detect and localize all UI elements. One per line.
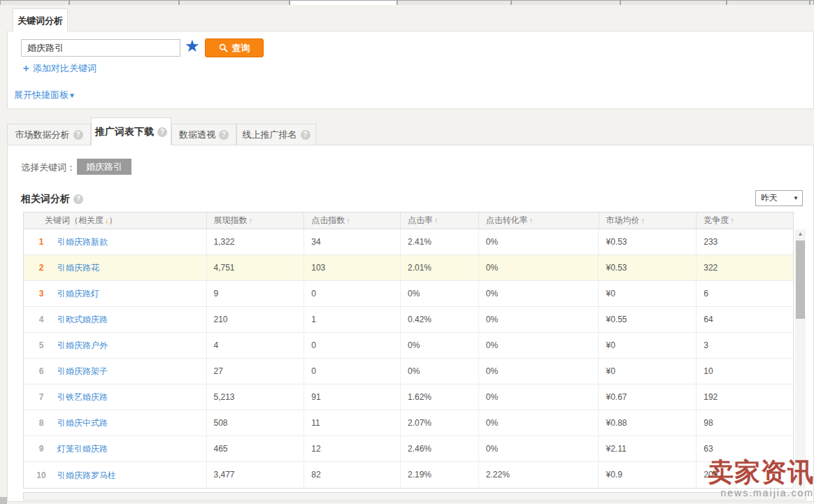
- browser-tab-stub[interactable]: [0, 0, 69, 5]
- column-header-0[interactable]: 关键词（相关度↓）: [24, 213, 207, 229]
- column-header-2[interactable]: 点击指数↑: [304, 213, 401, 229]
- market-price-cell: ¥0.88: [599, 410, 697, 435]
- column-header-3[interactable]: 点击率↑: [401, 213, 479, 229]
- market-price-cell: ¥0.55: [599, 307, 697, 332]
- keyword-input[interactable]: [21, 39, 180, 57]
- table-row: 4引欧式婚庆路21010.42%0%¥0.5564: [24, 307, 793, 333]
- selected-keyword-tag[interactable]: 婚庆路引: [77, 159, 131, 175]
- click-rate-cell: 2.01%: [401, 255, 479, 280]
- click-rate-cell: 2.19%: [401, 462, 479, 488]
- watermark-title: 卖家资讯: [708, 459, 814, 487]
- market-price-cell: ¥0.53: [599, 255, 697, 280]
- conversion-rate-cell: 0%: [479, 333, 599, 358]
- impression-index-cell: 508: [207, 410, 305, 435]
- period-select[interactable]: 昨天 ▼: [755, 190, 803, 206]
- horizontal-scrollbar-track[interactable]: [23, 492, 806, 501]
- table-row: 5引婚庆路户外400%0%¥03: [24, 333, 793, 359]
- tab-keyword-analysis[interactable]: 关键词分析: [13, 8, 68, 31]
- column-header-1[interactable]: 展现指数↑: [207, 213, 305, 229]
- browser-tab-stub[interactable]: [620, 0, 727, 5]
- help-icon[interactable]: ?: [219, 130, 229, 140]
- rank-number: 3: [29, 281, 53, 306]
- scroll-up-icon[interactable]: ▲: [795, 229, 806, 238]
- browser-tab-stub[interactable]: [179, 0, 290, 5]
- keyword-link[interactable]: 引婚庆路架子: [57, 359, 108, 384]
- column-label: 竞争度: [704, 215, 729, 225]
- column-header-4[interactable]: 点击转化率↑: [479, 213, 599, 229]
- keyword-link[interactable]: 引婚庆路新款: [57, 229, 108, 254]
- table-row: 9灯笼引婚庆路465122.46%0%¥2.1163: [24, 436, 793, 462]
- market-price-cell: ¥0: [599, 281, 697, 306]
- conversion-rate-cell: 0%: [479, 307, 599, 332]
- column-label: 点击转化率: [486, 215, 528, 225]
- related-words-title: 相关词分析 ?: [21, 193, 83, 206]
- browser-tab-stub[interactable]: [810, 0, 814, 5]
- tab-0[interactable]: 市场数据分析?: [7, 124, 91, 145]
- column-label: 市场均价: [606, 215, 640, 225]
- favorite-star-icon[interactable]: ★: [185, 36, 200, 56]
- browser-tab-stub[interactable]: [727, 0, 810, 5]
- keyword-link[interactable]: 引婚庆路罗马柱: [57, 463, 116, 488]
- keyword-cell: 10引婚庆路罗马柱: [24, 462, 207, 488]
- rank-number: 10: [29, 463, 53, 488]
- keyword-link[interactable]: 引欧式婚庆路: [57, 307, 108, 332]
- rank-number: 1: [29, 229, 53, 254]
- impression-index-cell: 210: [207, 307, 305, 332]
- query-button[interactable]: 查询: [205, 38, 264, 57]
- column-label: 点击率: [408, 215, 433, 225]
- sort-asc-icon: ↑: [434, 216, 438, 224]
- keyword-link[interactable]: 引婚庆路灯: [57, 281, 99, 306]
- browser-tab-stub[interactable]: [69, 0, 179, 5]
- keyword-link[interactable]: 引婚庆路花: [57, 255, 99, 280]
- market-price-cell: ¥0: [599, 359, 697, 384]
- click-rate-cell: 0.42%: [401, 307, 479, 332]
- click-index-cell: 0: [304, 359, 401, 384]
- help-icon[interactable]: ?: [73, 130, 83, 140]
- expand-quick-panel-link[interactable]: 展开快捷面板▼: [14, 89, 76, 101]
- keyword-cell: 7引铁艺婚庆路: [24, 384, 207, 410]
- conversion-rate-cell: 0%: [479, 436, 599, 461]
- browser-tab-stub[interactable]: [511, 0, 620, 5]
- sort-asc-icon: ↑: [346, 216, 350, 224]
- conversion-rate-cell: 0%: [479, 281, 599, 306]
- related-words-title-text: 相关词分析: [21, 193, 70, 206]
- competition-cell: 3: [697, 333, 793, 358]
- keyword-link[interactable]: 引铁艺婚庆路: [57, 384, 108, 410]
- browser-tab-stub-active[interactable]: [290, 0, 397, 5]
- help-icon[interactable]: ?: [157, 127, 167, 137]
- add-compare-keyword-link[interactable]: ＋添加对比关键词: [21, 62, 97, 75]
- keyword-link[interactable]: 灯笼引婚庆路: [57, 436, 108, 461]
- rank-number: 4: [29, 307, 53, 332]
- scrollbar-thumb[interactable]: [796, 240, 805, 319]
- impression-index-cell: 27: [207, 359, 305, 384]
- rank-number: 7: [29, 384, 53, 410]
- column-header-5[interactable]: 市场均价↑: [599, 213, 697, 229]
- help-icon[interactable]: ?: [73, 194, 83, 204]
- tab-label: 市场数据分析: [15, 129, 70, 141]
- keyword-cell: 9灯笼引婚庆路: [24, 436, 207, 461]
- market-price-cell: ¥0: [599, 333, 697, 358]
- vertical-scrollbar[interactable]: ▲ ▼: [795, 229, 806, 489]
- tab-1[interactable]: 推广词表下载?: [91, 117, 171, 145]
- table-header-row: 关键词（相关度↓）展现指数↑点击指数↑点击率↑点击转化率↑市场均价↑竞争度↑: [24, 213, 793, 229]
- rank-number: 9: [29, 436, 53, 461]
- sort-asc-icon: ↑: [249, 216, 253, 224]
- click-rate-cell: 2.41%: [401, 229, 479, 254]
- expand-panel-label: 展开快捷面板: [14, 89, 69, 100]
- browser-tab-stub[interactable]: [397, 0, 511, 5]
- keyword-link[interactable]: 引婚庆中式路: [57, 410, 108, 435]
- tab-label: 推广词表下载: [95, 126, 154, 138]
- help-icon[interactable]: ?: [301, 130, 310, 140]
- tab-2[interactable]: 数据透视?: [171, 124, 236, 145]
- market-price-cell: ¥2.11: [599, 436, 697, 461]
- table-body: 1引婚庆路新款1,322342.41%0%¥0.532332引婚庆路花4,751…: [24, 229, 793, 488]
- tab-3[interactable]: 线上推广排名?: [236, 124, 316, 145]
- keyword-link[interactable]: 引婚庆路户外: [57, 333, 108, 358]
- impression-index-cell: 4: [207, 333, 305, 358]
- click-index-cell: 0: [304, 333, 401, 358]
- table-row: 7引铁艺婚庆路5,213911.62%0%¥0.67192: [24, 384, 793, 410]
- competition-cell: 233: [697, 229, 793, 254]
- click-rate-cell: 2.46%: [401, 436, 479, 461]
- impression-index-cell: 4,751: [207, 255, 305, 280]
- column-header-6[interactable]: 竞争度↑: [697, 213, 793, 229]
